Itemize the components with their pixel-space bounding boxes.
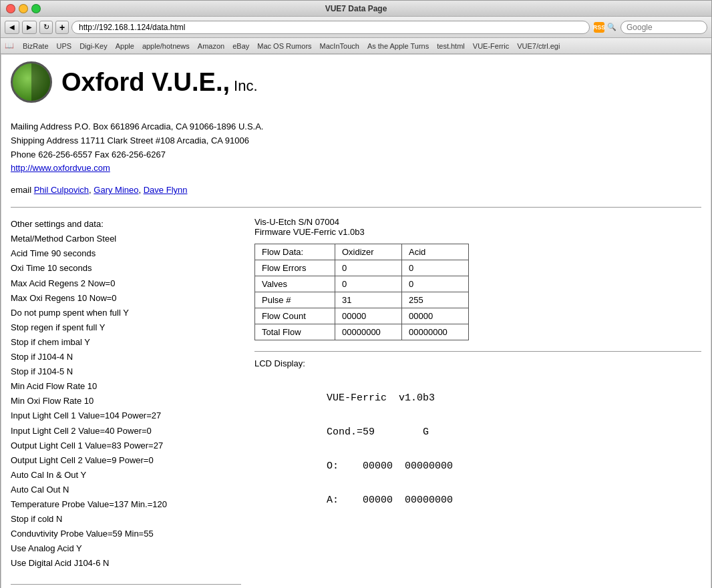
firmware-version: Firmware VUE-Ferric v1.0b3	[254, 227, 701, 237]
setting-acid-time: Acid Time 90 seconds	[11, 246, 241, 261]
table-row: Flow Count 00000 00000	[255, 308, 469, 324]
company-name: Oxford V.U.E., Inc.	[61, 68, 258, 97]
setting-no-pump-spent: Do not pump spent when full Y	[11, 306, 241, 320]
mailing-address: Mailing Address P.O. Box 661896 Arcadia,…	[11, 120, 701, 134]
email-label: email	[11, 185, 34, 195]
lcd-display: VUE-Ferric v1.0b3 Cond.=59 G O: 00000 00…	[254, 372, 701, 526]
table-row: Total Flow 00000000 00000000	[255, 324, 469, 340]
lcd-line-2: Cond.=59 G	[327, 426, 429, 438]
contact-dave[interactable]: Dave Flynn	[144, 185, 188, 195]
setting-analog-acid: Use Analog Acid Y	[11, 541, 241, 556]
row-valves-acid: 0	[402, 276, 469, 292]
bookmark-test-html[interactable]: test.html	[433, 41, 468, 51]
lcd-divider	[254, 351, 701, 352]
row-flow-errors-label: Flow Errors	[255, 260, 335, 276]
add-bookmark-button[interactable]: +	[55, 21, 69, 34]
bookmark-ups[interactable]: UPS	[53, 41, 75, 51]
row-flow-errors-acid: 0	[402, 260, 469, 276]
window-controls[interactable]	[6, 4, 41, 13]
serial-number: Vis-U-Etch S/N 07004	[254, 217, 701, 227]
setting-auto-cal-out: Auto Cal Out N	[11, 483, 241, 497]
company-header: Oxford V.U.E., Inc.	[11, 61, 701, 109]
bookmark-amazon[interactable]: Amazon	[194, 41, 228, 51]
setting-conductivity: Conduvtivity Probe Value=59 Min=55	[11, 527, 241, 541]
phone-fax: Phone 626-256-6557 Fax 626-256-6267	[11, 148, 701, 162]
bookmark-bizrate[interactable]: BizRate	[19, 41, 52, 51]
table-row: Flow Errors 0 0	[255, 260, 469, 276]
maximize-button[interactable]	[31, 4, 41, 13]
website-link[interactable]: http://www.oxfordvue.com	[11, 163, 110, 173]
minimize-button[interactable]	[19, 4, 28, 13]
bookmarks-icon: 📖	[5, 41, 14, 50]
setting-stop-chem-imbal: Stop if chem imbal Y	[11, 335, 241, 350]
setting-auto-cal-in-out: Auto Cal In & Out Y	[11, 468, 241, 483]
setting-min-oxi-flow: Min Oxi Flow Rate 10	[11, 394, 241, 408]
bookmarks-bar: 📖 BizRate UPS Digi-Key Apple apple/hotne…	[1, 38, 711, 54]
setting-input-light-2: Input Light Cell 2 Value=40 Power=0	[11, 424, 241, 438]
forward-button[interactable]: ▶	[22, 21, 37, 34]
flow-data-table: Flow Data: Oxidizer Acid Flow Errors 0 0…	[254, 244, 469, 340]
back-button[interactable]: ◀	[5, 21, 19, 34]
url-input[interactable]	[71, 21, 590, 34]
setting-output-light-2: Output Light Cell 2 Value=9 Power=0	[11, 453, 241, 468]
lcd-line-3: O: 00000 00000000	[327, 461, 453, 472]
bookmark-apple[interactable]: Apple	[112, 41, 138, 51]
setting-temp-probe: Temperature Probe Value=137 Min.=120	[11, 497, 241, 512]
row-flow-count-label: Flow Count	[255, 308, 335, 324]
setting-stop-cold: Stop if cold N	[11, 512, 241, 527]
bookmark-apple-turns[interactable]: As the Apple Turns	[364, 41, 432, 51]
bookmark-vue-ferric[interactable]: VUE-Ferric	[470, 41, 512, 51]
col-header-acid: Acid	[402, 244, 469, 260]
left-links-section: Flow Page Controller Setup	[11, 584, 241, 588]
setting-input-light-1: Input Light Cell 1 Value=104 Power=27	[11, 408, 241, 423]
setting-stop-regen: Stop regen if spent full Y	[11, 320, 241, 335]
bookmark-apple-hotnews[interactable]: apple/hotnews	[139, 41, 193, 51]
close-button[interactable]	[6, 4, 15, 13]
row-flow-count-acid: 00000	[402, 308, 469, 324]
bookmark-macintouch[interactable]: MacInTouch	[317, 41, 363, 51]
setting-min-acid-flow: Min Acid Flow Rate 10	[11, 379, 241, 394]
setting-digital-acid: Use Digital Acid J104-6 N	[11, 556, 241, 571]
company-logo	[11, 61, 52, 103]
setting-max-oxi-regens: Max Oxi Regens 10 Now=0	[11, 291, 241, 306]
table-header-row: Flow Data: Oxidizer Acid	[255, 244, 469, 260]
rss-icon: RSS	[594, 22, 604, 33]
setting-max-acid-regens: Max Acid Regens 2 Now=0	[11, 276, 241, 291]
page-content: Oxford V.U.E., Inc. Mailing Address P.O.…	[1, 54, 711, 588]
title-bar: VUE7 Data Page	[1, 1, 711, 17]
setting-metal: Metal/Method Carbon Steel	[11, 232, 241, 246]
search-prefix-label: 🔍	[607, 23, 616, 31]
setting-stop-j104-4: Stop if J104-4 N	[11, 350, 241, 364]
row-flow-errors-oxi: 0	[335, 260, 402, 276]
email-section: email Phil Culpovich, Gary Mineo, Dave F…	[11, 185, 701, 195]
table-row: Pulse # 31 255	[255, 292, 469, 308]
row-valves-label: Valves	[255, 276, 335, 292]
settings-heading: Other settings and data:	[11, 217, 241, 232]
bookmark-digi-key[interactable]: Digi-Key	[76, 41, 111, 51]
reload-button[interactable]: ↻	[39, 21, 53, 34]
left-column: Other settings and data: Metal/Method Ca…	[11, 217, 241, 588]
table-row: Valves 0 0	[255, 276, 469, 292]
window-title: VUE7 Data Page	[325, 4, 387, 13]
col-header-oxidizer: Oxidizer	[335, 244, 402, 260]
row-pulse-oxi: 31	[335, 292, 402, 308]
lcd-line-4: A: 00000 00000000	[327, 495, 453, 506]
bookmark-mac-os-rumors[interactable]: Mac OS Rumors	[254, 41, 315, 51]
contact-gary[interactable]: Gary Mineo	[94, 185, 138, 195]
col-header-label: Flow Data:	[255, 244, 335, 260]
row-flow-count-oxi: 00000	[335, 308, 402, 324]
bookmark-ebay[interactable]: eBay	[229, 41, 252, 51]
row-pulse-label: Pulse #	[255, 292, 335, 308]
setting-oxi-time: Oxi Time 10 seconds	[11, 261, 241, 276]
lcd-section: LCD Display: VUE-Ferric v1.0b3 Cond.=59 …	[254, 358, 701, 526]
row-total-flow-acid: 00000000	[402, 324, 469, 340]
contact-phil[interactable]: Phil Culpovich	[34, 185, 89, 195]
lcd-line-1: VUE-Ferric v1.0b3	[327, 392, 435, 404]
shipping-address: Shipping Address 11711 Clark Street #108…	[11, 134, 701, 148]
row-total-flow-label: Total Flow	[255, 324, 335, 340]
search-input[interactable]	[620, 21, 707, 34]
bookmark-vue7-ctrl[interactable]: VUE7/ctrl.egi	[514, 41, 563, 51]
setting-stop-j104-5: Stop if J104-5 N	[11, 364, 241, 379]
right-column: Vis-U-Etch S/N 07004 Firmware VUE-Ferric…	[254, 217, 701, 526]
address-section: Mailing Address P.O. Box 661896 Arcadia,…	[11, 120, 701, 176]
